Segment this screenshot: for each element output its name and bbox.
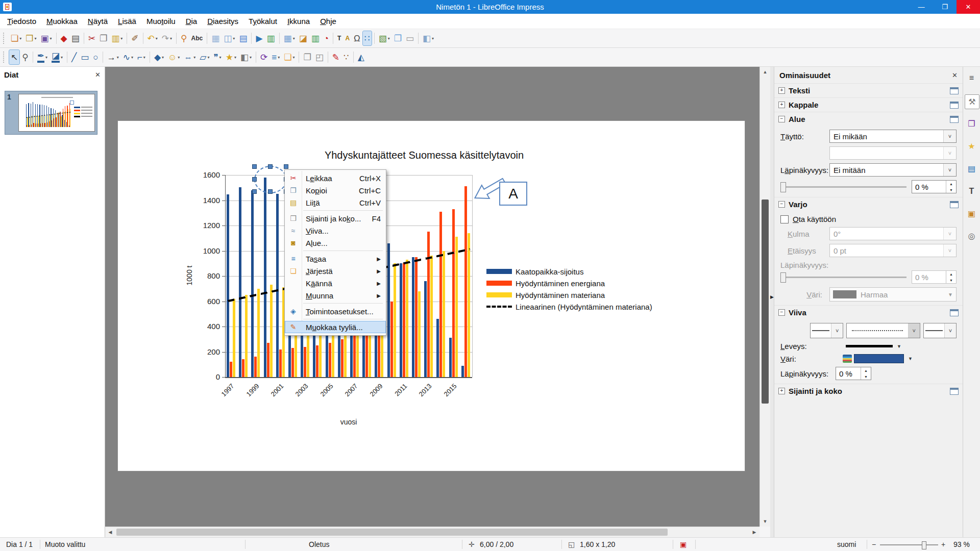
find-replace-icon[interactable]: ⚲ xyxy=(179,31,188,45)
start-slideshow-icon[interactable]: ▶ xyxy=(254,31,264,45)
dropdown-caret-icon[interactable]: ▾ xyxy=(293,36,295,41)
chevron-down-icon[interactable]: ˅ xyxy=(943,130,956,142)
sidebar-tab-gallery-icon[interactable]: ▣ xyxy=(965,207,978,220)
context-menu-item-flip[interactable]: Käännä▶ xyxy=(285,277,386,289)
insert-table-icon[interactable]: ▦▾ xyxy=(282,31,297,45)
spelling-icon[interactable]: Abc xyxy=(190,31,205,45)
chevron-down-icon[interactable]: ˅ xyxy=(944,323,956,338)
curve-icon[interactable]: ∿▾ xyxy=(121,50,135,64)
horizontal-scrollbar[interactable]: ◀ ▶ xyxy=(105,527,760,537)
context-menu-item-paste[interactable]: ▤LiitäCtrl+V xyxy=(285,196,386,209)
dropdown-caret-icon[interactable]: ▾ xyxy=(156,36,158,41)
toolbar-grip[interactable] xyxy=(3,33,7,44)
zoom-level[interactable]: 93 % xyxy=(953,538,970,551)
flowchart-icon[interactable]: ▱▾ xyxy=(198,50,211,64)
transparency-slider[interactable] xyxy=(780,182,906,192)
context-menu-item-cut[interactable]: ✂LeikkaaCtrl+X xyxy=(285,172,386,184)
dialog-launcher-icon[interactable] xyxy=(950,309,959,316)
transparency-type-dropdown[interactable]: Ei mitään ˅ xyxy=(829,163,957,177)
menu-muokkaa[interactable]: Muokkaa xyxy=(41,15,83,28)
dropdown-caret-icon[interactable]: ▾ xyxy=(219,55,222,60)
sidebar-tab-sidebar-settings-icon[interactable]: ≡ xyxy=(965,71,978,85)
zoom-slider[interactable] xyxy=(880,544,938,545)
fill-type-dropdown[interactable]: Ei mikään ˅ xyxy=(829,130,957,143)
paste-icon[interactable]: ▥▾ xyxy=(110,31,124,45)
menu-dia[interactable]: Dia xyxy=(181,15,203,28)
menu-työkalut[interactable]: Työkalut xyxy=(243,15,282,28)
insert-chart-icon[interactable]: ◔ xyxy=(322,31,330,45)
ellipse-icon[interactable]: ○ xyxy=(91,50,100,64)
sidebar-splitter[interactable]: ▶ xyxy=(770,67,774,537)
sidebar-tab-animation-icon[interactable]: ★ xyxy=(965,139,978,153)
zoom-slider-thumb[interactable] xyxy=(922,541,926,549)
dropdown-caret-icon[interactable]: ▾ xyxy=(143,55,145,60)
context-menu-item-arrange[interactable]: ❏Järjestä▶ xyxy=(285,265,386,277)
expand-icon[interactable] xyxy=(778,87,785,94)
dropdown-caret-icon[interactable]: ▾ xyxy=(35,36,37,41)
line-style-dropdown[interactable]: ˅ xyxy=(846,323,920,338)
slides-panel-close-icon[interactable]: ✕ xyxy=(95,71,101,79)
symbol-shapes-icon[interactable]: ☺▾ xyxy=(166,50,181,64)
3d-objects-icon[interactable]: ◧▾ xyxy=(239,50,253,64)
section-shadow[interactable]: Varjo xyxy=(774,197,963,211)
dropdown-caret-icon[interactable]: ▾ xyxy=(233,36,235,41)
workspace[interactable]: 0200400600800100012001400160019971999200… xyxy=(105,67,760,527)
copy-icon[interactable]: ❐ xyxy=(98,31,109,45)
sidebar-tab-master-slides-icon[interactable]: ▤ xyxy=(965,162,978,176)
dropdown-caret-icon[interactable]: ▾ xyxy=(170,36,172,41)
sidebar-hide-icon[interactable]: ▶ xyxy=(770,294,774,299)
dialog-launcher-icon[interactable] xyxy=(950,201,959,208)
insert-fontwork-icon[interactable]: A xyxy=(344,31,351,45)
menu-ohje[interactable]: Ohje xyxy=(315,15,341,28)
section-position-size[interactable]: Sijainti ja koko xyxy=(774,384,963,398)
zoom-icon[interactable]: ⚲ xyxy=(20,50,30,64)
sidebar-tab-styles-icon[interactable]: T xyxy=(965,184,978,198)
export-pdf-icon[interactable]: ◆ xyxy=(59,31,69,45)
save-icon[interactable]: ▣▾ xyxy=(39,31,54,45)
sidebar-close-icon[interactable]: ✕ xyxy=(952,71,958,79)
arrange-icon[interactable]: ❏▾ xyxy=(282,50,296,64)
scroll-up-icon[interactable]: ▲ xyxy=(760,67,770,77)
section-paragraph[interactable]: Kappale xyxy=(774,97,963,112)
toggle-extrusion-icon[interactable]: ◭ xyxy=(356,50,366,64)
slide-layout-icon[interactable]: ◧▾ xyxy=(421,31,435,45)
dialog-launcher-icon[interactable] xyxy=(950,102,959,109)
spin-up-icon[interactable]: ▲ xyxy=(946,181,956,187)
fill-color-icon[interactable]: ◪▾ xyxy=(50,50,64,64)
dialog-launcher-icon[interactable] xyxy=(950,116,959,123)
arrow-start-dropdown[interactable]: ˅ xyxy=(810,323,843,338)
line-arrow-icon[interactable]: →▾ xyxy=(106,50,120,64)
scroll-left-icon[interactable]: ◀ xyxy=(105,527,115,537)
dropdown-caret-icon[interactable]: ▾ xyxy=(131,55,133,60)
cut-icon[interactable]: ✂ xyxy=(87,31,97,45)
minimize-button[interactable]: — xyxy=(910,0,933,14)
section-area[interactable]: Alue xyxy=(774,112,963,126)
context-menu-item-align[interactable]: ≡Tasaa▶ xyxy=(285,253,386,265)
redo-icon[interactable]: ↷▾ xyxy=(160,31,174,45)
selection-handle[interactable] xyxy=(284,164,288,169)
rename-slide-icon[interactable]: ▭ xyxy=(404,31,415,45)
menu-lisää[interactable]: Lisää xyxy=(113,15,141,28)
dropdown-caret-icon[interactable]: ▾ xyxy=(432,36,434,41)
dropdown-caret-icon[interactable]: ▾ xyxy=(120,36,122,41)
dropdown-caret-icon[interactable]: ▾ xyxy=(388,36,390,41)
edit-points-icon[interactable]: ✎ xyxy=(331,50,341,64)
menu-muotoilu[interactable]: Muotoilu xyxy=(141,15,181,28)
dropdown-caret-icon[interactable]: ▾ xyxy=(278,55,280,60)
dropdown-caret-icon[interactable]: ▾ xyxy=(178,55,180,60)
dropdown-caret-icon[interactable]: ▾ xyxy=(207,55,209,60)
rectangle-icon[interactable]: ▭ xyxy=(79,50,90,64)
select-icon[interactable]: ↖ xyxy=(9,50,19,64)
slider-thumb[interactable] xyxy=(780,182,786,192)
horizontal-scroll-thumb[interactable] xyxy=(116,529,668,536)
sidebar-tab-slide-transition-icon[interactable]: ❐ xyxy=(965,117,978,131)
dropdown-caret-icon[interactable]: ▾ xyxy=(250,55,252,60)
dropdown-caret-icon[interactable]: ▾ xyxy=(45,55,47,60)
master-view-icon[interactable]: ▤ xyxy=(237,31,249,45)
connector-icon[interactable]: ⌐▾ xyxy=(136,50,147,64)
chevron-down-icon[interactable]: ˅ xyxy=(943,164,956,176)
transformations-icon[interactable]: ◰ xyxy=(314,50,325,64)
dropdown-caret-icon[interactable]: ▾ xyxy=(292,55,295,60)
selection-handle[interactable] xyxy=(252,177,257,182)
context-menu-item-copy[interactable]: ❐KopioiCtrl+C xyxy=(285,184,386,196)
